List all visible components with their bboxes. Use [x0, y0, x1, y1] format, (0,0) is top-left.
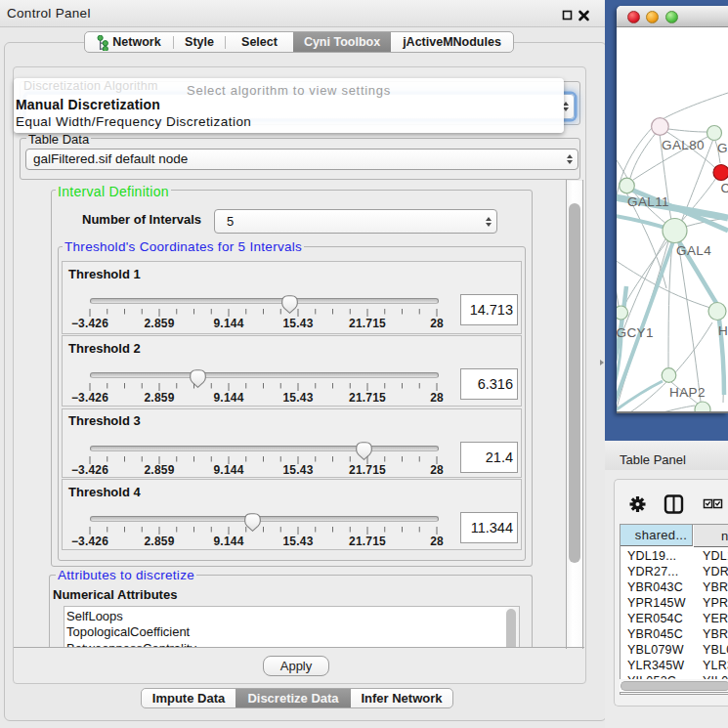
svg-text:C: C	[721, 181, 728, 195]
svg-text:GCY1: GCY1	[617, 325, 654, 340]
svg-text:GA: GA	[717, 141, 728, 155]
svg-text:GAL4: GAL4	[676, 243, 711, 258]
svg-text:H: H	[718, 323, 728, 338]
svg-text:GAL80: GAL80	[662, 138, 705, 152]
svg-text:GAL11: GAL11	[627, 194, 669, 209]
svg-text:HAP2: HAP2	[669, 385, 706, 400]
